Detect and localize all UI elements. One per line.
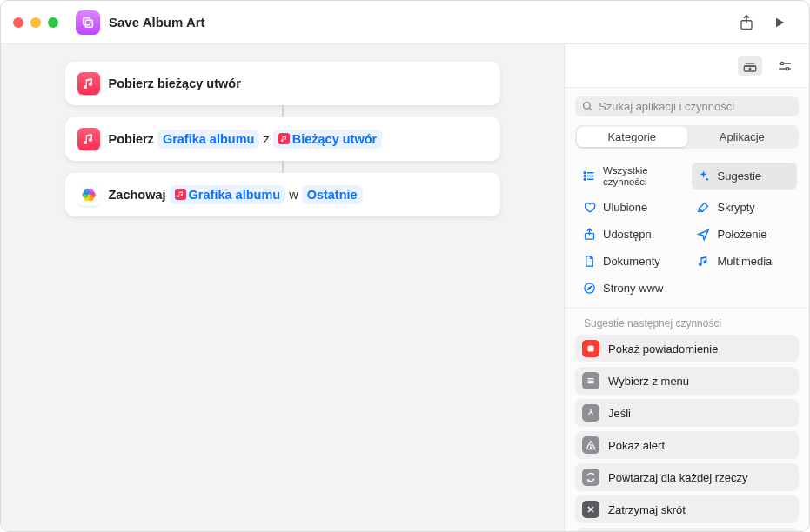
- suggestion-label: Pokaż powiadomienie: [608, 342, 718, 356]
- search-field[interactable]: [575, 96, 799, 116]
- workflow-canvas[interactable]: Pobierz bieżący utwórPobierzGrafika albu…: [1, 44, 564, 531]
- category-label: Udostępn.: [603, 228, 654, 241]
- connector-word: w: [289, 186, 298, 203]
- svg-point-12: [584, 103, 591, 110]
- action-card[interactable]: PobierzGrafika albumuzBieżący utwór: [65, 117, 500, 161]
- doc-icon: [582, 254, 596, 268]
- shortcut-icon: [76, 10, 100, 35]
- variable-token[interactable]: Ostatnie: [302, 185, 363, 204]
- variable-token[interactable]: Grafika albumu: [170, 185, 286, 204]
- variable-token[interactable]: Grafika albumu: [157, 130, 260, 149]
- token-label: Grafika albumu: [189, 186, 281, 203]
- library-toggle-button[interactable]: [738, 56, 762, 76]
- sidebar-toolbar: [565, 44, 809, 88]
- suggestion-icon: [582, 436, 599, 454]
- svg-point-13: [584, 172, 586, 174]
- run-button[interactable]: [771, 14, 788, 31]
- suggestion-item[interactable]: Zatrzymaj skrót: [575, 495, 799, 523]
- action-card[interactable]: Pobierz bieżący utwór: [65, 62, 500, 105]
- suggestion-icon: [582, 404, 599, 422]
- svg-rect-19: [588, 346, 594, 352]
- shortcut-title: Save Album Art: [109, 15, 729, 30]
- category-label: Skrypty: [718, 201, 755, 214]
- suggestion-icon: [582, 501, 599, 518]
- suggestions-header: Sugestie następnej czynności: [565, 309, 809, 335]
- suggestion-item[interactable]: Pokaż alert: [575, 431, 799, 459]
- share-button[interactable]: [738, 14, 755, 31]
- music-icon: [278, 133, 290, 144]
- suggestion-label: Pokaż alert: [608, 439, 665, 452]
- suggestion-item[interactable]: Wybierz z menu: [575, 367, 799, 395]
- svg-point-11: [786, 67, 788, 70]
- svg-point-14: [584, 176, 586, 177]
- category-label: Wszystkieczynności: [603, 165, 648, 187]
- category-label: Strony www: [603, 282, 663, 295]
- variable-token[interactable]: Bieżący utwór: [273, 130, 383, 149]
- share-icon: [582, 227, 596, 241]
- category-item[interactable]: Skrypty: [692, 197, 798, 216]
- suggestion-item[interactable]: Pokaż powiadomienie: [575, 335, 799, 362]
- suggestion-label: Zatrzymaj skrót: [608, 503, 686, 516]
- svg-rect-1: [85, 20, 92, 27]
- action-label: Pobierz: [109, 130, 154, 148]
- suggestion-item[interactable]: Jeśli: [575, 399, 799, 427]
- category-grid: WszystkieczynnościSugestieUlubioneSkrypt…: [565, 157, 809, 309]
- sparkle-icon: [697, 170, 711, 183]
- safari-icon: [582, 281, 596, 295]
- music-icon: [77, 72, 100, 95]
- category-label: Położenie: [718, 228, 767, 241]
- action-text: PobierzGrafika albumuzBieżący utwór: [109, 130, 383, 149]
- suggestion-label: Powtarzaj dla każdej rzeczy: [608, 471, 747, 484]
- suggestions-list: Pokaż powiadomienieWybierz z menuJeśliPo…: [565, 335, 809, 531]
- search-input[interactable]: [599, 100, 792, 113]
- action-text: ZachowajGrafika albumuwOstatnie: [109, 185, 363, 204]
- svg-point-15: [584, 178, 586, 180]
- category-item[interactable]: Dokumenty: [577, 251, 683, 270]
- suggestion-icon: [582, 469, 599, 486]
- category-item[interactable]: Ulubione: [577, 197, 683, 216]
- search-icon: [582, 101, 593, 112]
- svg-point-8: [87, 189, 93, 195]
- category-label: Sugestie: [718, 170, 762, 183]
- list-icon: [582, 170, 596, 183]
- music-icon: [175, 189, 186, 200]
- music-icon: [77, 128, 100, 150]
- note-icon: [697, 254, 711, 268]
- suggestion-item[interactable]: Nic: [575, 528, 799, 531]
- paint-icon: [697, 200, 711, 214]
- suggestion-icon: [582, 372, 599, 389]
- category-item[interactable]: Położenie: [692, 224, 798, 243]
- nav-icon: [697, 227, 711, 241]
- category-item[interactable]: Udostępn.: [577, 224, 683, 243]
- svg-point-10: [780, 62, 783, 64]
- segment-aplikacje[interactable]: Aplikacje: [687, 127, 798, 147]
- category-label: Multimedia: [718, 255, 773, 268]
- window-controls: [13, 17, 58, 28]
- svg-point-16: [706, 178, 709, 181]
- category-label: Ulubione: [603, 201, 647, 214]
- category-item[interactable]: Strony www: [577, 278, 683, 297]
- library-segmented-control: KategorieAplikacje: [575, 125, 799, 149]
- segment-kategorie[interactable]: Kategorie: [577, 127, 687, 147]
- category-item[interactable]: Sugestie: [692, 163, 798, 190]
- photos-icon: [77, 183, 100, 206]
- category-item[interactable]: Multimedia: [692, 251, 798, 270]
- connector-word: z: [263, 130, 269, 148]
- category-label: Dokumenty: [603, 255, 660, 268]
- token-label: Bieżący utwór: [292, 130, 378, 148]
- suggestion-label: Jeśli: [608, 407, 631, 420]
- settings-toggle-button[interactable]: [773, 56, 797, 76]
- category-item[interactable]: Wszystkieczynności: [577, 163, 683, 190]
- action-text: Pobierz bieżący utwór: [109, 75, 241, 92]
- connector: [282, 105, 284, 117]
- action-card[interactable]: ZachowajGrafika albumuwOstatnie: [65, 173, 500, 216]
- svg-rect-0: [84, 17, 90, 24]
- zoom-window-button[interactable]: [48, 17, 58, 28]
- heart-icon: [582, 200, 596, 214]
- suggestion-label: Wybierz z menu: [608, 375, 689, 388]
- minimize-window-button[interactable]: [30, 17, 41, 28]
- suggestion-icon: [582, 340, 599, 357]
- actions-sidebar: KategorieAplikacje WszystkieczynnościSug…: [564, 44, 809, 531]
- close-window-button[interactable]: [13, 17, 23, 28]
- suggestion-item[interactable]: Powtarzaj dla każdej rzeczy: [575, 463, 799, 491]
